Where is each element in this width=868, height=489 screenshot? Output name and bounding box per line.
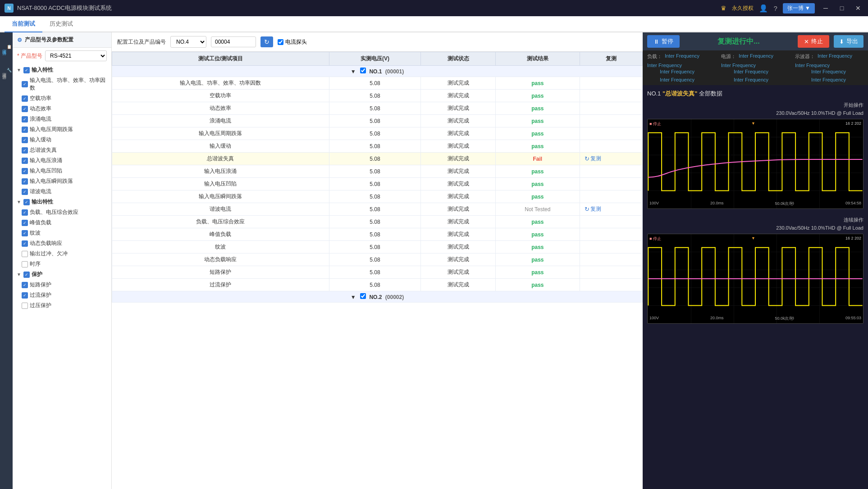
tree-item-input-current[interactable]: ✓ 输入电流、功率、效率、功率因数 [13,75,111,93]
checkbox-no-load[interactable]: ✓ [22,95,28,102]
tree-item-overshoot[interactable]: 输出过冲、欠冲 [13,249,111,259]
table-group-header[interactable]: ▼ NO.2 (00002) [112,291,643,303]
result-pass: pass [531,143,544,149]
minimize-button[interactable]: ─ [820,3,831,14]
load-link-4[interactable]: Inter Frequency [660,77,694,82]
tree-item-peak-load[interactable]: ✓ 峰值负载 [13,217,111,228]
retest-button[interactable]: ↻复测 [585,205,601,213]
tree-item-overvoltage[interactable]: 过压保护 [13,300,111,311]
checkbox-output-section[interactable]: ✓ [23,199,30,205]
side-icon-test-items[interactable]: 📋 测试项目 [1,36,12,58]
checkbox-overcurrent[interactable]: ✓ [22,292,28,299]
tree-item-no-load[interactable]: ✓ 空载功率 [13,93,111,104]
checkbox-timing[interactable] [22,261,28,267]
checkbox-dynamic-eff[interactable]: ✓ [22,106,28,112]
tree-item-voltage-sag[interactable]: ✓ 输入电压凹陷 [13,166,111,176]
cell-retest [580,266,642,279]
retest-button[interactable]: ↻复测 [585,155,601,163]
station-select[interactable]: NO.4 NO.1 NO.2 NO.3 [170,36,206,48]
cell-status: 测试完成 [421,190,495,203]
tab-history-test[interactable]: 历史测试 [42,16,80,32]
side-icon-instrument[interactable]: 🔧 测试仪器 [1,59,12,81]
cell-retest[interactable]: ↻复测 [580,203,642,216]
tree-item-overcurrent[interactable]: ✓ 过流保护 [13,290,111,300]
checkbox-surge[interactable]: ✓ [22,116,28,122]
refresh-button[interactable]: ↻ [260,36,273,47]
tree-item-load-voltage[interactable]: ✓ 负载、电压综合效应 [13,207,111,217]
checkbox-overvoltage[interactable] [22,303,28,309]
checkbox-voltage-surge[interactable]: ✓ [22,158,28,164]
checkbox-dynamic-load[interactable]: ✓ [22,240,28,247]
tree-item-short[interactable]: ✓ 短路保护 [13,280,111,290]
product-no-input[interactable] [211,36,256,47]
load-link-3[interactable]: Inter Frequency [660,69,694,74]
scope-link-1[interactable]: Inter Frequency [818,53,852,60]
tree-item-harmonic-current[interactable]: ✓ 谐波电流 [13,186,111,197]
checkbox-short[interactable]: ✓ [22,282,28,288]
side-icon-bar: 📋 测试项目 🔧 测试仪器 [0,32,13,489]
checkbox-thd[interactable]: ✓ [22,147,28,154]
tree-item-timing[interactable]: 时序 [13,259,111,269]
scope-link-2[interactable]: Inter Frequency [795,63,830,68]
label-input-current: 输入电流、功率、效率、功率因数 [30,77,108,92]
checkbox-load-voltage[interactable]: ✓ [22,209,28,216]
product-type-select[interactable]: RS-4521 [45,50,107,61]
tree-item-dynamic-load[interactable]: ✓ 动态负载响应 [13,238,111,249]
tab-current-test[interactable]: 当前测试 [5,16,42,32]
tree-item-thd[interactable]: ✓ 总谐波失真 [13,145,111,155]
checkbox-voltage-sag[interactable]: ✓ [22,168,28,174]
power-link-1[interactable]: Inter Frequency [739,53,773,60]
tree-item-surge[interactable]: ✓ 浪涌电流 [13,114,111,124]
tree-item-output-section[interactable]: ▼ ✓ 输出特性 [13,197,111,207]
checkbox-peak-load[interactable]: ✓ [22,220,28,226]
tree-item-protection-section[interactable]: ▼ ✓ 保护 [13,269,111,280]
checkbox-overshoot[interactable] [22,251,28,257]
tree-item-dynamic-eff[interactable]: ✓ 动态效率 [13,104,111,114]
cell-retest[interactable]: ↻复测 [580,153,642,165]
scope-1-date: 16 2 202 [845,121,861,127]
pause-button[interactable]: ⏸ 暂停 [647,35,680,48]
instrument-icon: 🔧 [7,68,12,73]
tree-item-voltage-surge[interactable]: ✓ 输入电压浪涌 [13,155,111,166]
scope-1-bottom-left: 100V [649,201,659,207]
group-checkbox[interactable] [360,68,366,73]
scope-link-3[interactable]: Inter Frequency [811,69,846,74]
tree-item-input-section[interactable]: ▼ ✓ 输入特性 [13,65,111,75]
checkbox-softstart[interactable]: ✓ [22,137,28,143]
export-button[interactable]: ⬇ 导出 [834,35,863,48]
checkbox-ripple[interactable]: ✓ [22,230,28,236]
scope-screen-1: 100V 20.0ms 50.0k次/秒 09:54:58 ■ 停止 ▼ 16 … [647,119,863,209]
maximize-button[interactable]: □ [836,3,847,14]
cell-result: pass [495,77,580,90]
checkbox-voltage-drop[interactable]: ✓ [22,127,28,133]
result-pass: pass [531,269,544,276]
checkbox-transient[interactable]: ✓ [22,178,28,185]
power-link-2[interactable]: Inter Frequency [721,63,756,68]
checkbox-input-section[interactable]: ✓ [23,67,30,73]
checkbox-input-current[interactable]: ✓ [22,81,28,87]
device-info-bar: 负载： Inter Frequency Inter Frequency Inte… [643,50,868,85]
stop-button[interactable]: ✕ 终止 [798,35,829,48]
table-row: 峰值负载 5.08 测试完成 pass [112,228,643,241]
power-link-3[interactable]: Inter Frequency [734,69,768,74]
user-button[interactable]: 张一博 ▼ [783,3,815,14]
current-probe-checkbox-label[interactable]: 电流探头 [278,38,307,46]
scope-link-4[interactable]: Inter Frequency [811,77,846,82]
current-probe-checkbox[interactable] [278,39,283,45]
load-link-1[interactable]: Inter Frequency [665,53,699,60]
group-checkbox[interactable] [360,293,366,299]
test-items-icon: 📋 [7,44,12,50]
checkbox-protection-section[interactable]: ✓ [23,272,30,278]
tree-item-transient[interactable]: ✓ 输入电压瞬间跌落 [13,176,111,186]
tree-item-ripple[interactable]: ✓ 纹波 [13,228,111,238]
scope-2-bottom-mid1: 20.0ms [710,316,724,321]
table-group-header[interactable]: ▼ NO.1 (00001) [112,66,643,77]
table-row: 空载功率 5.08 测试完成 pass [112,90,643,102]
power-link-4[interactable]: Inter Frequency [734,77,768,82]
tree-item-softstart[interactable]: ✓ 输入缓动 [13,135,111,145]
cell-result: pass [495,115,580,127]
load-link-2[interactable]: Inter Frequency [647,63,682,68]
close-button[interactable]: ✕ [853,3,863,14]
tree-item-voltage-drop[interactable]: ✓ 输入电压周期跌落 [13,124,111,135]
checkbox-harmonic-current[interactable]: ✓ [22,189,28,195]
